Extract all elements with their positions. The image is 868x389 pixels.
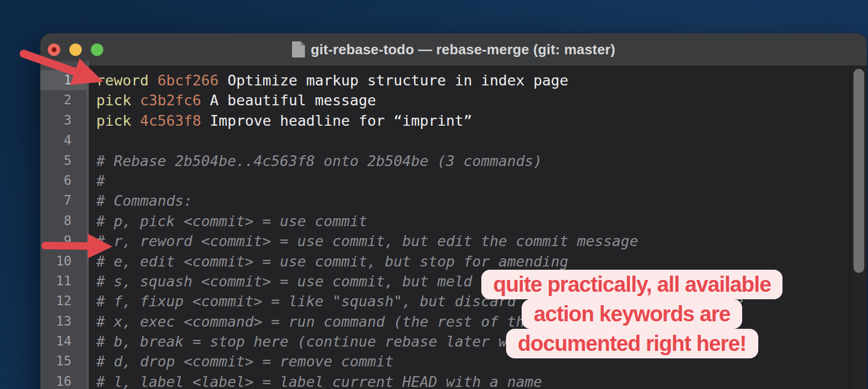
minimize-button[interactable]: [69, 44, 82, 56]
close-button[interactable]: [48, 44, 60, 56]
line-number: 4: [40, 131, 88, 150]
annotation-callout: quite practically, all available action …: [481, 270, 782, 358]
code-line[interactable]: 7# Commands:: [40, 191, 850, 211]
line-number: 11: [40, 271, 88, 291]
comment-text: # d, drop <commit> = remove commit: [96, 353, 394, 370]
line-number: 3: [40, 111, 88, 131]
commit-message: A beautiful message: [210, 92, 376, 109]
commit-message: Improve headline for “imprint”: [210, 112, 472, 129]
annotation-line: quite practically, all available: [481, 270, 782, 299]
document-icon: [292, 41, 305, 57]
line-text: # d, drop <commit> = remove commit: [88, 351, 394, 371]
desktop-background: git-rebase-todo — rebase-merge (git: mas…: [0, 0, 868, 389]
unsaved-changes-dot: [52, 47, 56, 52]
code-line[interactable]: 16# l, label <label> = label current HEA…: [40, 372, 850, 389]
line-number: 8: [40, 211, 88, 231]
commit-message: Optimize markup structure in index page: [227, 72, 568, 89]
line-number: 16: [40, 372, 88, 389]
line-number: 1: [40, 70, 88, 90]
line-number: 9: [40, 231, 88, 251]
line-text: reword 6bcf266 Optimize markup structure…: [88, 70, 568, 90]
line-number: 13: [40, 312, 88, 332]
comment-text: #: [96, 172, 105, 189]
line-number: 2: [40, 90, 88, 110]
line-text: pick c3b2fc6 A beautiful message: [88, 90, 376, 110]
comment-text: # r, reword <commit> = use commit, but e…: [96, 233, 638, 249]
commit-hash: 4c563f8: [140, 112, 201, 129]
titlebar[interactable]: git-rebase-todo — rebase-merge (git: mas…: [40, 33, 867, 66]
comment-text: # l, label <label> = label current HEAD …: [96, 373, 542, 389]
commit-hash: 6bcf266: [158, 72, 219, 89]
rebase-action-keyword: reword: [96, 72, 149, 89]
line-text: # Commands:: [88, 191, 193, 211]
line-number: 12: [40, 291, 88, 311]
rebase-action-keyword: pick: [96, 92, 131, 109]
annotation-line: documented right here!: [506, 329, 758, 358]
titlebar-title-group: git-rebase-todo — rebase-merge (git: mas…: [292, 41, 615, 58]
code-line[interactable]: 5# Rebase 2b504be..4c563f8 onto 2b504be …: [40, 151, 850, 171]
annotation-line: action keywords are: [522, 299, 742, 329]
line-text: # r, reword <commit> = use commit, but e…: [88, 231, 638, 251]
code-line[interactable]: 3pick 4c563f8 Improve headline for “impr…: [40, 111, 850, 131]
line-text: # e, edit <commit> = use commit, but sto…: [88, 251, 568, 271]
line-number: 14: [40, 332, 88, 351]
comment-text: # Rebase 2b504be..4c563f8 onto 2b504be (…: [96, 153, 542, 169]
scrollbar-thumb[interactable]: [853, 69, 864, 273]
line-number: 6: [40, 171, 88, 191]
line-text: # p, pick <commit> = use commit: [88, 211, 367, 231]
line-text: [88, 131, 96, 150]
comment-text: # e, edit <commit> = use commit, but sto…: [96, 253, 568, 270]
code-line[interactable]: 10# e, edit <commit> = use commit, but s…: [40, 251, 850, 271]
code-line[interactable]: 2pick c3b2fc6 A beautiful message: [40, 90, 850, 110]
comment-text: # Commands:: [96, 192, 193, 209]
code-line[interactable]: 4: [40, 131, 850, 150]
line-text: # l, label <label> = label current HEAD …: [88, 372, 542, 389]
line-text: pick 4c563f8 Improve headline for “impri…: [88, 111, 472, 131]
comment-text: # p, pick <commit> = use commit: [96, 213, 367, 229]
code-line[interactable]: 1reword 6bcf266 Optimize markup structur…: [40, 70, 850, 90]
scrollbar-track[interactable]: [850, 66, 867, 389]
rebase-action-keyword: pick: [96, 112, 131, 129]
code-line[interactable]: 9# r, reword <commit> = use commit, but …: [40, 231, 850, 251]
code-line[interactable]: 8# p, pick <commit> = use commit: [40, 211, 850, 231]
line-text: # Rebase 2b504be..4c563f8 onto 2b504be (…: [88, 151, 542, 171]
line-text: #: [88, 171, 105, 191]
line-number: 7: [40, 191, 88, 211]
code-line[interactable]: 6#: [40, 171, 850, 191]
commit-hash: c3b2fc6: [140, 92, 201, 109]
line-number: 15: [40, 351, 88, 371]
line-number: 5: [40, 151, 88, 171]
window-title: git-rebase-todo — rebase-merge (git: mas…: [311, 41, 615, 58]
line-number: 10: [40, 251, 88, 271]
maximize-button[interactable]: [91, 44, 103, 56]
